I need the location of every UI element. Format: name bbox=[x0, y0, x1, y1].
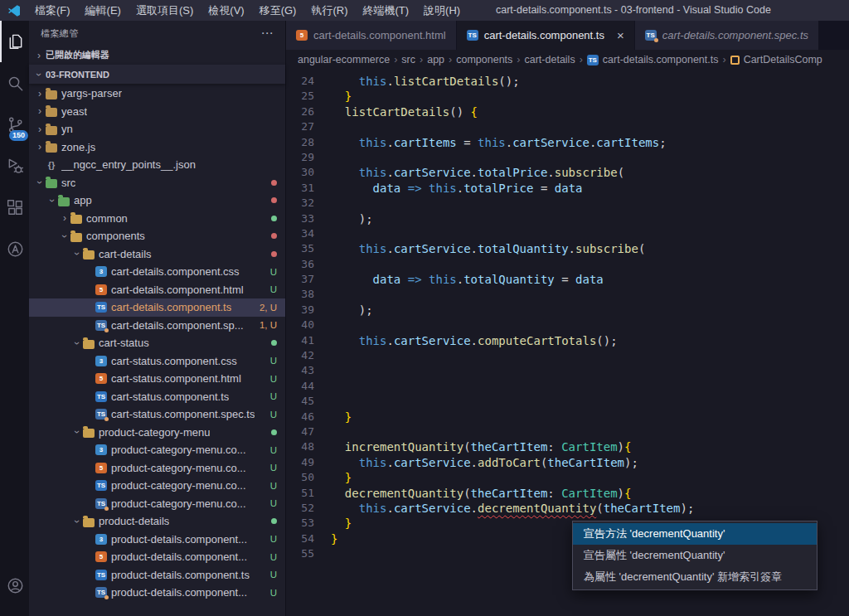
tree-folder-cart-details[interactable]: ›cart-details bbox=[29, 245, 285, 264]
line-number[interactable]: 33 bbox=[286, 211, 314, 226]
code-line-27[interactable]: 27 bbox=[286, 119, 849, 134]
line-number[interactable]: 51 bbox=[286, 486, 314, 501]
vscode-logo-icon[interactable] bbox=[7, 4, 21, 17]
breadcrumb-item-angular-ecommerce[interactable]: angular-ecommerce bbox=[298, 54, 390, 65]
tree-folder-cart-status[interactable]: ›cart-status bbox=[29, 334, 285, 352]
tree-file-product-category-menu-co[interactable]: 3product-category-menu.co...U bbox=[29, 441, 285, 459]
tree-file-ngcc-entry-points-json[interactable]: {}__ngcc_entry_points__.json bbox=[29, 156, 285, 174]
line-number[interactable]: 34 bbox=[286, 226, 314, 241]
menu-item-3[interactable]: 檢視(V) bbox=[201, 0, 251, 21]
line-number[interactable]: 31 bbox=[286, 181, 314, 196]
breadcrumb-item-src[interactable]: src bbox=[401, 54, 415, 65]
line-number[interactable]: 26 bbox=[286, 104, 314, 119]
code-line-28[interactable]: 28 this.cartItems = this.cartService.car… bbox=[286, 135, 849, 150]
source-control-icon[interactable]: 150 bbox=[0, 104, 29, 145]
menu-item-6[interactable]: 終端機(T) bbox=[355, 0, 416, 21]
tree-folder-zone-js[interactable]: ›zone.js bbox=[29, 138, 285, 157]
code-line-30[interactable]: 30 this.cartService.totalPrice.subscribe… bbox=[286, 165, 849, 180]
code-line-31[interactable]: 31 data => this.totalPrice = data bbox=[286, 181, 849, 196]
close-icon[interactable]: × bbox=[617, 29, 624, 41]
line-number[interactable]: 29 bbox=[286, 150, 314, 165]
line-number[interactable]: 54 bbox=[286, 531, 314, 546]
line-number[interactable]: 40 bbox=[286, 318, 314, 332]
line-number[interactable]: 38 bbox=[286, 287, 314, 302]
code-line-24[interactable]: 24 this.listCartDetails(); bbox=[286, 74, 849, 89]
tree-file-product-details-component[interactable]: 5product-details.component...U bbox=[29, 548, 285, 566]
tree-folder-common[interactable]: ›common bbox=[29, 210, 285, 228]
tree-file-product-details-component[interactable]: TSproduct-details.component...U bbox=[29, 584, 285, 602]
tree-file-cart-details-component-css[interactable]: 3cart-details.component.cssU bbox=[29, 263, 285, 281]
tree-file-product-category-menu-co[interactable]: 5product-category-menu.co...U bbox=[29, 459, 285, 478]
line-number[interactable]: 35 bbox=[286, 241, 314, 256]
line-number[interactable]: 47 bbox=[286, 424, 314, 439]
extension-a-icon[interactable] bbox=[0, 228, 29, 269]
line-number[interactable]: 27 bbox=[286, 119, 314, 134]
accounts-icon[interactable] bbox=[0, 565, 29, 606]
code-line-48[interactable]: 48 incrementQuantity(theCartItem: CartIt… bbox=[286, 439, 849, 454]
line-number[interactable]: 36 bbox=[286, 257, 314, 272]
line-number[interactable]: 53 bbox=[286, 516, 314, 531]
tree-file-product-details-component-ts[interactable]: TSproduct-details.component.tsU bbox=[29, 566, 285, 584]
breadcrumb-item-components[interactable]: components bbox=[456, 54, 512, 65]
run-debug-icon[interactable] bbox=[0, 145, 29, 187]
tab-cart-details-component-html[interactable]: 5cart-details.component.html bbox=[286, 21, 457, 50]
menu-item-0[interactable]: 檔案(F) bbox=[27, 0, 78, 21]
tree-folder-yn[interactable]: ›yn bbox=[29, 120, 285, 138]
tree-file-cart-status-component-spec-ts[interactable]: TScart-status.component.spec.tsU bbox=[29, 405, 285, 424]
breadcrumb-item-app[interactable]: app bbox=[427, 54, 444, 65]
line-number[interactable]: 48 bbox=[286, 439, 314, 454]
code-line-36[interactable]: 36 bbox=[286, 257, 849, 272]
breadcrumb-item-cart-details[interactable]: cart-details bbox=[525, 54, 575, 65]
tree-file-cart-status-component-css[interactable]: 3cart-status.component.cssU bbox=[29, 352, 285, 371]
line-number[interactable]: 24 bbox=[286, 74, 314, 89]
line-number[interactable]: 44 bbox=[286, 379, 314, 394]
section-03-frontend[interactable]: › 03-FRONTEND bbox=[29, 65, 285, 84]
line-number[interactable]: 39 bbox=[286, 303, 314, 318]
code-line-34[interactable]: 34 bbox=[286, 226, 849, 241]
code-line-52[interactable]: 52 this.cartService.decrementQuantity(th… bbox=[286, 501, 849, 516]
line-number[interactable]: 30 bbox=[286, 165, 314, 180]
section-open-editors[interactable]: › 已開啟的編輯器 bbox=[29, 46, 285, 65]
explorer-icon[interactable] bbox=[0, 21, 29, 62]
code-line-25[interactable]: 25 } bbox=[286, 89, 849, 104]
extensions-icon[interactable] bbox=[0, 187, 29, 228]
code-line-47[interactable]: 47 bbox=[286, 424, 849, 439]
line-number[interactable]: 52 bbox=[286, 501, 314, 516]
quickfix-item-1[interactable]: 宣告屬性 'decrementQuantity' bbox=[573, 545, 817, 566]
code-line-49[interactable]: 49 this.cartService.addToCart(theCartIte… bbox=[286, 455, 849, 470]
tree-file-cart-details-component-ts[interactable]: TScart-details.component.ts2, U bbox=[29, 298, 285, 317]
code-line-35[interactable]: 35 this.cartService.totalQuantity.subscr… bbox=[286, 241, 849, 256]
tree-folder-product-category-menu[interactable]: ›product-category-menu bbox=[29, 424, 285, 442]
line-number[interactable]: 28 bbox=[286, 135, 314, 150]
code-line-50[interactable]: 50 } bbox=[286, 470, 849, 485]
tab-cart-details-component-spec-ts[interactable]: TScart-details.component.spec.ts bbox=[635, 21, 819, 50]
code-line-26[interactable]: 26 listCartDetails() { bbox=[286, 104, 849, 119]
line-number[interactable]: 41 bbox=[286, 333, 314, 348]
tree-folder-src[interactable]: ›src bbox=[29, 174, 285, 192]
code-line-37[interactable]: 37 data => this.totalQuantity = data bbox=[286, 272, 849, 287]
line-number[interactable]: 45 bbox=[286, 394, 314, 409]
tab-cart-details-component-ts[interactable]: TScart-details.component.ts× bbox=[457, 21, 635, 50]
line-number[interactable]: 37 bbox=[286, 272, 314, 287]
line-number[interactable]: 50 bbox=[286, 470, 314, 485]
line-number[interactable]: 46 bbox=[286, 410, 314, 424]
menu-item-4[interactable]: 移至(G) bbox=[252, 0, 304, 21]
breadcrumb-item-cartdetailscomp[interactable]: CartDetailsComp bbox=[730, 54, 822, 65]
tree-folder-yargs-parser[interactable]: ›yargs-parser bbox=[29, 85, 285, 103]
line-number[interactable]: 55 bbox=[286, 546, 314, 561]
code-line-39[interactable]: 39 ); bbox=[286, 303, 849, 318]
menu-item-1[interactable]: 編輯(E) bbox=[78, 0, 129, 21]
menu-item-7[interactable]: 說明(H) bbox=[416, 0, 468, 21]
tree-folder-yeast[interactable]: ›yeast bbox=[29, 103, 285, 121]
breadcrumb-item-cart-details-component-ts[interactable]: TScart-details.component.ts bbox=[587, 54, 719, 65]
search-icon[interactable] bbox=[0, 62, 29, 104]
code-line-33[interactable]: 33 ); bbox=[286, 211, 849, 226]
code-line-45[interactable]: 45 bbox=[286, 394, 849, 409]
code-line-43[interactable]: 43 bbox=[286, 363, 849, 378]
tree-file-cart-status-component-ts[interactable]: TScart-status.component.tsU bbox=[29, 388, 285, 406]
line-number[interactable]: 43 bbox=[286, 363, 314, 378]
code-line-38[interactable]: 38 bbox=[286, 287, 849, 302]
line-number[interactable]: 49 bbox=[286, 455, 314, 470]
tree-folder-components[interactable]: ›components bbox=[29, 227, 285, 245]
code-line-32[interactable]: 32 bbox=[286, 196, 849, 211]
